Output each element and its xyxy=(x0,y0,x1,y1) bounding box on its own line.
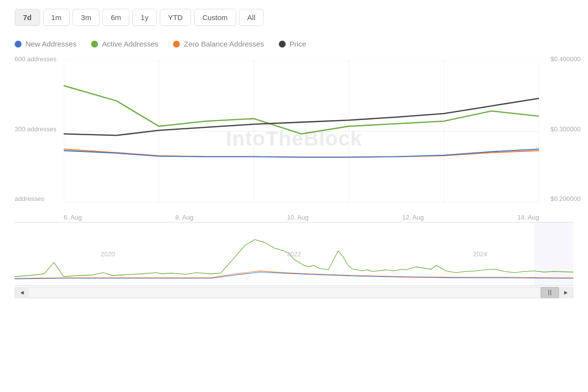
scrollbar: ◄ ► xyxy=(15,287,573,298)
legend-label-price: Price xyxy=(290,40,306,48)
mini-chart-svg xyxy=(15,222,573,285)
main-chart-svg xyxy=(64,60,539,202)
y-axis-left-label: 600 addresses xyxy=(15,55,56,63)
time-btn-ytd[interactable]: YTD xyxy=(160,9,191,26)
legend-dot-new-addresses xyxy=(15,41,22,48)
scroll-track[interactable] xyxy=(29,287,559,298)
time-btn-6m[interactable]: 6m xyxy=(102,9,129,26)
scroll-handle-line-2 xyxy=(550,290,551,295)
legend-label-new-addresses: New Addresses xyxy=(25,40,76,48)
x-axis-label: 12. Aug xyxy=(402,214,424,221)
legend-item-new-addresses: New Addresses xyxy=(15,40,76,48)
legend-item-price: Price xyxy=(279,40,306,48)
y-axis-right: $0.400000$0.300000$0.200000 xyxy=(551,55,581,202)
mini-chart-area: 202020222024 xyxy=(15,222,573,286)
chart-legend: New Addresses Active Addresses Zero Bala… xyxy=(0,35,588,50)
time-btn-all[interactable]: All xyxy=(239,9,264,26)
x-axis-label: 14. Aug xyxy=(517,214,539,221)
time-btn-3m[interactable]: 3m xyxy=(73,9,99,26)
time-btn-1m[interactable]: 1m xyxy=(43,9,70,26)
scroll-thumb-handle xyxy=(548,290,551,295)
time-filter-bar: 7d1m3m6m1yYTDCustomAll xyxy=(0,0,588,35)
main-chart-svg-container xyxy=(64,60,539,202)
legend-label-active-addresses: Active Addresses xyxy=(102,40,158,48)
x-axis-label: 8. Aug xyxy=(175,214,194,221)
x-axis-label: 6. Aug xyxy=(64,214,82,221)
y-axis-left-label: 300 addresses xyxy=(15,125,56,133)
y-axis-right-label: $0.400000 xyxy=(551,55,581,63)
time-btn-custom[interactable]: Custom xyxy=(194,9,236,26)
legend-dot-active-addresses xyxy=(91,41,98,48)
legend-dot-zero-balance xyxy=(173,41,180,48)
scroll-thumb[interactable] xyxy=(540,287,559,298)
y-axis-left: 600 addresses300 addressesaddresses xyxy=(15,55,56,202)
y-axis-right-label: $0.200000 xyxy=(551,195,581,202)
y-axis-left-label: addresses xyxy=(15,195,56,202)
legend-label-zero-balance: Zero Balance Addresses xyxy=(184,40,264,48)
time-btn-7d[interactable]: 7d xyxy=(15,9,40,26)
time-btn-1y[interactable]: 1y xyxy=(132,9,157,26)
svg-rect-9 xyxy=(534,222,573,285)
y-axis-right-label: $0.300000 xyxy=(551,125,581,133)
x-axis-labels: 6. Aug8. Aug10. Aug12. Aug14. Aug xyxy=(64,214,539,221)
x-axis-label: 10. Aug xyxy=(287,214,309,221)
scroll-handle-line-1 xyxy=(548,290,549,295)
legend-item-active-addresses: Active Addresses xyxy=(91,40,158,48)
legend-item-zero-balance: Zero Balance Addresses xyxy=(173,40,264,48)
scroll-right-button[interactable]: ► xyxy=(559,287,573,298)
scroll-left-button[interactable]: ◄ xyxy=(15,287,29,298)
legend-dot-price xyxy=(279,41,286,48)
main-chart-area: 600 addresses300 addressesaddresses $0.4… xyxy=(0,55,588,222)
